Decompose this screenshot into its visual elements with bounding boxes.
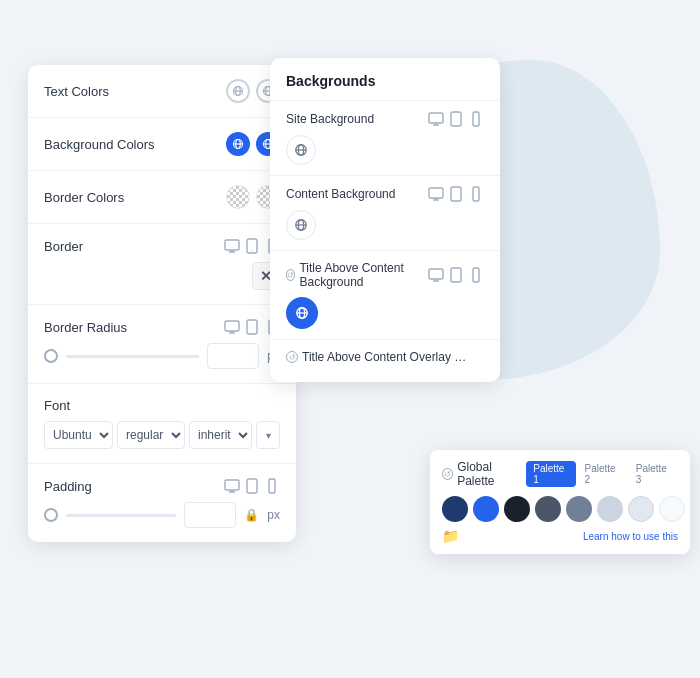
title-above-device-icons	[428, 267, 484, 283]
title-above-content-label: Title Above Content Background	[299, 261, 428, 289]
br-monitor-icon[interactable]	[224, 319, 240, 335]
svg-rect-32	[451, 112, 461, 126]
svg-rect-37	[429, 188, 443, 198]
border-radius-label: Border Radius	[44, 320, 127, 335]
font-weight-select[interactable]: regular	[117, 421, 185, 449]
padding-px: px	[267, 508, 280, 522]
svg-rect-29	[429, 113, 443, 123]
svg-rect-48	[451, 268, 461, 282]
swatch-7[interactable]	[628, 496, 654, 522]
br-tablet-icon[interactable]	[244, 319, 260, 335]
learn-link[interactable]: Learn how to use this	[583, 531, 678, 542]
palette-tabs: Palette 1 Palette 2 Palette 3	[526, 461, 678, 487]
palette-tab-3[interactable]: Palette 3	[629, 461, 678, 487]
swatch-1[interactable]	[442, 496, 468, 522]
site-background-label: Site Background	[286, 112, 374, 126]
site-phone-icon[interactable]	[468, 111, 484, 127]
content-background-globe[interactable]	[286, 210, 316, 240]
pad-tablet-icon[interactable]	[244, 478, 260, 494]
font-family-select[interactable]: Ubuntu	[44, 421, 113, 449]
site-background-globe[interactable]	[286, 135, 316, 165]
padding-slider-track	[66, 514, 176, 517]
svg-rect-28	[269, 479, 275, 493]
site-monitor-icon[interactable]	[428, 111, 444, 127]
border-label: Border	[44, 239, 83, 254]
left-panel: Text Colors Background Colors	[28, 65, 296, 542]
svg-rect-40	[451, 187, 461, 201]
slider-track	[66, 355, 199, 358]
svg-rect-12	[225, 240, 239, 250]
swatch-4[interactable]	[535, 496, 561, 522]
border-colors-checker1[interactable]	[226, 185, 250, 209]
pad-phone-icon[interactable]	[264, 478, 280, 494]
content-monitor-icon[interactable]	[428, 186, 444, 202]
swatch-6[interactable]	[597, 496, 623, 522]
border-radius-slider: px	[44, 343, 280, 369]
site-background-row: Site Background	[270, 101, 500, 176]
font-select-arrow[interactable]: ▾	[256, 421, 280, 449]
title-above-reset-icon[interactable]: ↺	[286, 269, 295, 281]
svg-rect-45	[429, 269, 443, 279]
backgrounds-title: Backgrounds	[286, 73, 375, 89]
svg-rect-33	[473, 112, 479, 126]
swatch-2[interactable]	[473, 496, 499, 522]
svg-rect-41	[473, 187, 479, 201]
text-colors-globe1[interactable]	[226, 79, 250, 103]
svg-rect-22	[247, 320, 257, 334]
monitor-icon[interactable]	[224, 238, 240, 254]
folder-icon[interactable]: 📁	[442, 528, 459, 544]
title-monitor-icon[interactable]	[428, 267, 444, 283]
border-radius-row: Border Radius px	[28, 305, 296, 384]
slider-handle[interactable]	[44, 349, 58, 363]
font-selects: Ubuntu regular inherit ▾	[44, 421, 280, 449]
right-panel: Backgrounds Site Background Content Back…	[270, 58, 500, 382]
padding-row: Padding 🔒 px	[28, 464, 296, 542]
title-above-globe-blue[interactable]	[286, 297, 318, 329]
background-colors-row: Background Colors	[28, 118, 296, 171]
title-overlay-reset-icon[interactable]: ↺	[286, 351, 298, 363]
padding-input[interactable]	[184, 502, 236, 528]
font-size-select[interactable]: inherit	[189, 421, 252, 449]
padding-lock-icon[interactable]: 🔒	[244, 508, 259, 522]
palette-swatches	[442, 496, 678, 522]
title-tablet-icon[interactable]	[448, 267, 464, 283]
padding-device-icons	[224, 478, 280, 494]
background-colors-label: Background Colors	[44, 137, 155, 152]
pad-monitor-icon[interactable]	[224, 478, 240, 494]
svg-rect-27	[247, 479, 257, 493]
palette-reset-icon[interactable]: ↺	[442, 468, 453, 480]
content-background-label: Content Background	[286, 187, 395, 201]
palette-tab-2[interactable]: Palette 2	[578, 461, 627, 487]
palette-title: ↺ Global Palette	[442, 460, 526, 488]
svg-rect-49	[473, 268, 479, 282]
palette-header: ↺ Global Palette Palette 1 Palette 2 Pal…	[442, 460, 678, 488]
content-bg-device-icons	[428, 186, 484, 202]
border-radius-input[interactable]	[207, 343, 259, 369]
tablet-icon[interactable]	[244, 238, 260, 254]
border-colors-row: Border Colors	[28, 171, 296, 224]
swatch-3[interactable]	[504, 496, 530, 522]
content-phone-icon[interactable]	[468, 186, 484, 202]
site-tablet-icon[interactable]	[448, 111, 464, 127]
site-bg-device-icons	[428, 111, 484, 127]
font-label: Font	[44, 398, 70, 413]
border-colors-label: Border Colors	[44, 190, 124, 205]
swatch-5[interactable]	[566, 496, 592, 522]
title-overlay-label-wrapper: ↺ Title Above Content Overlay …	[286, 350, 466, 364]
svg-rect-19	[225, 321, 239, 331]
content-tablet-icon[interactable]	[448, 186, 464, 202]
padding-slider-handle[interactable]	[44, 508, 58, 522]
title-above-overlay-row: ↺ Title Above Content Overlay …	[270, 340, 500, 382]
text-colors-label: Text Colors	[44, 84, 109, 99]
title-phone-icon[interactable]	[468, 267, 484, 283]
palette-tab-1[interactable]: Palette 1	[526, 461, 575, 487]
swatch-8[interactable]	[659, 496, 685, 522]
border-row: Border ✕	[28, 224, 296, 305]
bg-colors-globe1[interactable]	[226, 132, 250, 156]
text-colors-row: Text Colors	[28, 65, 296, 118]
palette-panel: ↺ Global Palette Palette 1 Palette 2 Pal…	[430, 450, 690, 554]
svg-rect-24	[225, 480, 239, 490]
title-above-content-row: ↺ Title Above Content Background	[270, 251, 500, 340]
font-row: Font Ubuntu regular inherit ▾	[28, 384, 296, 464]
title-above-label-wrapper: ↺ Title Above Content Background	[286, 261, 428, 289]
